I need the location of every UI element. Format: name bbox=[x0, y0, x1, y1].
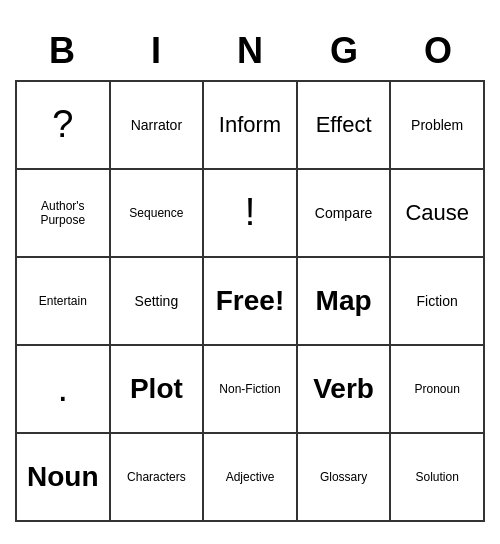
bingo-cell-11: Setting bbox=[111, 258, 205, 346]
bingo-cell-12: Free! bbox=[204, 258, 298, 346]
bingo-cell-6: Sequence bbox=[111, 170, 205, 258]
bingo-cell-21: Characters bbox=[111, 434, 205, 522]
header-letter-B: B bbox=[15, 22, 109, 80]
bingo-cell-16: Plot bbox=[111, 346, 205, 434]
bingo-cell-4: Problem bbox=[391, 82, 485, 170]
bingo-cell-0: ? bbox=[17, 82, 111, 170]
cell-text-21: Characters bbox=[127, 470, 186, 484]
cell-text-18: Verb bbox=[313, 372, 374, 406]
bingo-cell-7: ! bbox=[204, 170, 298, 258]
cell-text-10: Entertain bbox=[39, 294, 87, 308]
bingo-cell-23: Glossary bbox=[298, 434, 392, 522]
bingo-cell-8: Compare bbox=[298, 170, 392, 258]
cell-text-2: Inform bbox=[219, 112, 281, 138]
cell-text-4: Problem bbox=[411, 117, 463, 134]
bingo-cell-15: . bbox=[17, 346, 111, 434]
cell-text-12: Free! bbox=[216, 284, 284, 318]
cell-text-8: Compare bbox=[315, 205, 373, 222]
bingo-cell-9: Cause bbox=[391, 170, 485, 258]
cell-text-23: Glossary bbox=[320, 470, 367, 484]
bingo-cell-14: Fiction bbox=[391, 258, 485, 346]
cell-text-17: Non-Fiction bbox=[219, 382, 280, 396]
bingo-cell-2: Inform bbox=[204, 82, 298, 170]
bingo-cell-17: Non-Fiction bbox=[204, 346, 298, 434]
cell-text-20: Noun bbox=[27, 460, 99, 494]
header-letter-I: I bbox=[109, 22, 203, 80]
header-letter-G: G bbox=[297, 22, 391, 80]
cell-text-11: Setting bbox=[135, 293, 179, 310]
cell-text-13: Map bbox=[316, 284, 372, 318]
bingo-cell-13: Map bbox=[298, 258, 392, 346]
header-letter-O: O bbox=[391, 22, 485, 80]
bingo-cell-18: Verb bbox=[298, 346, 392, 434]
bingo-cell-22: Adjective bbox=[204, 434, 298, 522]
cell-text-24: Solution bbox=[416, 470, 459, 484]
cell-text-1: Narrator bbox=[131, 117, 182, 134]
cell-text-16: Plot bbox=[130, 372, 183, 406]
cell-text-19: Pronoun bbox=[415, 382, 460, 396]
header-letter-N: N bbox=[203, 22, 297, 80]
bingo-cell-19: Pronoun bbox=[391, 346, 485, 434]
cell-text-5: Author's Purpose bbox=[23, 199, 103, 228]
bingo-cell-20: Noun bbox=[17, 434, 111, 522]
cell-text-14: Fiction bbox=[417, 293, 458, 310]
bingo-cell-1: Narrator bbox=[111, 82, 205, 170]
cell-text-15: . bbox=[58, 366, 69, 412]
cell-text-7: ! bbox=[245, 190, 256, 236]
cell-text-0: ? bbox=[52, 102, 73, 148]
bingo-cell-10: Entertain bbox=[17, 258, 111, 346]
bingo-cell-5: Author's Purpose bbox=[17, 170, 111, 258]
bingo-cell-3: Effect bbox=[298, 82, 392, 170]
cell-text-9: Cause bbox=[405, 200, 469, 226]
bingo-cell-24: Solution bbox=[391, 434, 485, 522]
bingo-card: BINGO ?NarratorInformEffectProblemAuthor… bbox=[15, 22, 485, 522]
cell-text-22: Adjective bbox=[226, 470, 275, 484]
cell-text-3: Effect bbox=[316, 112, 372, 138]
bingo-header: BINGO bbox=[15, 22, 485, 80]
cell-text-6: Sequence bbox=[129, 206, 183, 220]
bingo-grid: ?NarratorInformEffectProblemAuthor's Pur… bbox=[15, 80, 485, 522]
